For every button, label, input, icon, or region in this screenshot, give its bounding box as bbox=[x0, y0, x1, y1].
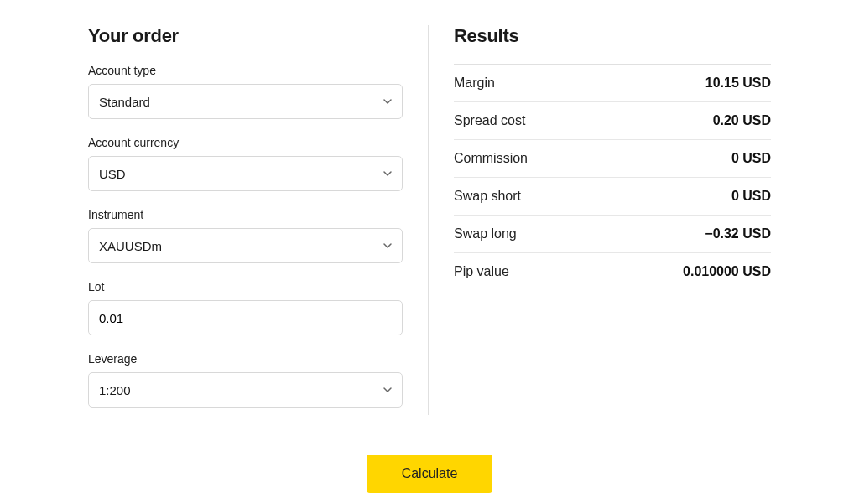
result-row-commission: Commission 0 USD bbox=[454, 140, 771, 178]
result-label: Swap long bbox=[454, 226, 517, 242]
vertical-divider bbox=[428, 25, 429, 415]
select-account-type-value: Standard bbox=[99, 95, 150, 109]
result-label: Commission bbox=[454, 151, 528, 166]
label-account-type: Account type bbox=[88, 64, 403, 77]
field-account-type: Account type Standard bbox=[88, 64, 403, 119]
label-lot: Lot bbox=[88, 280, 403, 294]
order-title: Your order bbox=[88, 25, 403, 47]
result-label: Swap short bbox=[454, 189, 521, 204]
order-panel: Your order Account type Standard Account… bbox=[88, 25, 428, 424]
result-row-swap-long: Swap long −0.32 USD bbox=[454, 216, 771, 253]
field-instrument: Instrument XAUUSDm bbox=[88, 208, 403, 263]
select-account-currency-value: USD bbox=[99, 167, 126, 181]
field-lot: Lot bbox=[88, 280, 403, 335]
field-leverage: Leverage 1:200 bbox=[88, 352, 403, 408]
result-row-spread-cost: Spread cost 0.20 USD bbox=[454, 102, 771, 140]
result-value: 10.15 USD bbox=[705, 75, 771, 91]
result-row-pip-value: Pip value 0.010000 USD bbox=[454, 253, 771, 290]
result-value: −0.32 USD bbox=[705, 226, 771, 242]
calculate-button[interactable]: Calculate bbox=[367, 455, 493, 493]
result-value: 0 USD bbox=[731, 151, 771, 166]
results-list: Margin 10.15 USD Spread cost 0.20 USD Co… bbox=[454, 65, 771, 290]
select-leverage[interactable]: 1:200 bbox=[88, 372, 403, 408]
select-instrument[interactable]: XAUUSDm bbox=[88, 228, 403, 263]
field-account-currency: Account currency USD bbox=[88, 136, 403, 191]
results-panel: Results Margin 10.15 USD Spread cost 0.2… bbox=[454, 25, 771, 424]
select-account-currency[interactable]: USD bbox=[88, 156, 403, 191]
result-row-margin: Margin 10.15 USD bbox=[454, 65, 771, 102]
result-label: Margin bbox=[454, 75, 495, 91]
input-lot[interactable] bbox=[88, 300, 403, 335]
label-leverage: Leverage bbox=[88, 352, 403, 366]
result-label: Pip value bbox=[454, 264, 509, 279]
result-value: 0.20 USD bbox=[713, 113, 771, 128]
result-value: 0.010000 USD bbox=[683, 264, 771, 279]
select-account-type[interactable]: Standard bbox=[88, 84, 403, 119]
select-leverage-value: 1:200 bbox=[99, 383, 131, 397]
result-row-swap-short: Swap short 0 USD bbox=[454, 178, 771, 216]
label-account-currency: Account currency bbox=[88, 136, 403, 149]
result-label: Spread cost bbox=[454, 113, 525, 128]
select-instrument-value: XAUUSDm bbox=[99, 239, 162, 253]
results-title: Results bbox=[454, 25, 771, 47]
label-instrument: Instrument bbox=[88, 208, 403, 221]
action-row: Calculate bbox=[88, 455, 771, 493]
result-value: 0 USD bbox=[731, 189, 771, 204]
